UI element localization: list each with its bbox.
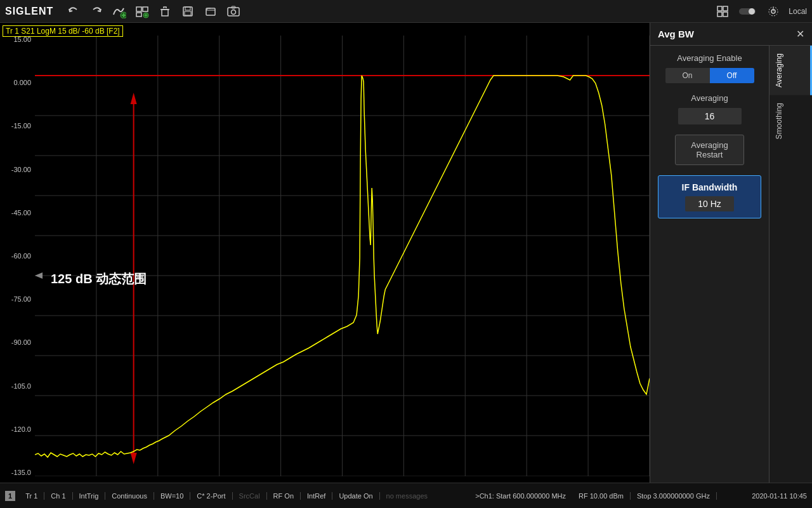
network-button[interactable]	[763, 3, 783, 20]
svg-rect-4	[143, 7, 148, 11]
averaging-value[interactable]: 16	[678, 108, 742, 124]
redo-button[interactable]	[86, 3, 107, 20]
tab-averaging[interactable]: Averaging	[769, 46, 812, 95]
y-label-1: 0.000	[1, 79, 34, 86]
undo-button[interactable]	[63, 3, 84, 20]
status-int-ref: IntRef	[301, 492, 332, 500]
add-trace-button[interactable]	[109, 3, 129, 20]
averaging-restart-label: AveragingRestart	[691, 140, 728, 159]
averaging-section: Averaging 16	[658, 93, 761, 124]
screenshot-button[interactable]	[223, 3, 244, 20]
toolbar: SIGLENT	[0, 0, 812, 23]
svg-rect-9	[162, 10, 168, 16]
svg-rect-18	[717, 6, 722, 11]
delete-button[interactable]	[155, 3, 175, 20]
panel-content: Averaging Enable On Off Averaging 16 Ave…	[650, 46, 769, 483]
y-label-9: -120.0	[1, 425, 34, 433]
status-freq-info: >Ch1: Start 600.000000 MHz	[469, 492, 572, 500]
status-stop-freq: Stop 3.000000000 GHz	[631, 492, 717, 500]
y-axis: 15.00 0.000 -15.00 -30.00 -45.00 -60.00 …	[0, 36, 35, 476]
status-ch: Ch 1	[44, 492, 72, 500]
averaging-restart-button[interactable]: AveragingRestart	[675, 135, 743, 165]
toolbar-right: Local	[712, 3, 807, 20]
svg-rect-5	[136, 13, 141, 17]
channel-number: 1	[5, 491, 15, 501]
status-src-cal: SrcCal	[233, 492, 267, 500]
main-area: Tr 1 S21 LogM 15 dB/ -60 dB [F2] 15.00 0…	[0, 23, 812, 483]
svg-rect-13	[185, 11, 191, 15]
grid-layout-button[interactable]	[712, 3, 733, 20]
status-update-on: Update On	[332, 492, 379, 500]
status-rf-on: RF On	[267, 492, 301, 500]
svg-rect-14	[206, 8, 215, 15]
siglent-logo: SIGLENT	[5, 6, 53, 17]
averaging-restart-section: AveragingRestart	[658, 135, 761, 165]
if-bandwidth-box[interactable]: IF Bandwidth 10 Hz	[658, 175, 761, 218]
svg-marker-50	[131, 93, 137, 104]
trace-label: Tr 1 S21 LogM 15 dB/ -60 dB [F2]	[3, 25, 123, 37]
local-label: Local	[789, 7, 807, 16]
tab-smoothing[interactable]: Smoothing	[769, 95, 812, 147]
status-messages: no messages	[380, 492, 434, 500]
y-label-4: -45.00	[1, 209, 34, 217]
load-button[interactable]	[200, 3, 221, 20]
averaging-label: Averaging	[691, 93, 728, 103]
y-label-8: -105.0	[1, 382, 34, 390]
save-button[interactable]	[178, 3, 198, 20]
toggle-button[interactable]	[738, 3, 758, 20]
panel-header: Avg BW ✕	[650, 23, 812, 46]
if-bandwidth-section: IF Bandwidth 10 Hz	[658, 175, 761, 218]
status-tr: Tr 1	[19, 492, 44, 500]
svg-point-23	[749, 8, 755, 15]
averaging-enable-section: Averaging Enable On Off	[658, 53, 761, 83]
status-bar: 1 Tr 1 Ch 1 IntTrig Continuous BW=10 C* …	[0, 483, 812, 508]
if-bandwidth-label: IF Bandwidth	[665, 182, 754, 192]
panel-title: Avg BW	[658, 29, 694, 39]
y-label-6: -75.00	[1, 295, 34, 303]
y-label-5: -60.00	[1, 252, 34, 260]
y-label-7: -90.00	[1, 338, 34, 346]
y-label-3: -30.00	[1, 166, 34, 173]
y-label-2: -15.00	[1, 122, 34, 130]
status-datetime: 2020-01-11 10:45	[752, 492, 807, 500]
svg-rect-19	[723, 6, 728, 11]
status-port: C* 2-Port	[190, 492, 232, 500]
averaging-off-button[interactable]: Off	[710, 68, 754, 83]
averaging-enable-label: Averaging Enable	[677, 53, 742, 63]
svg-rect-21	[723, 12, 728, 17]
dynamic-range-annotation: 125 dB 动态范围	[51, 271, 147, 288]
status-int-trig: IntTrig	[73, 492, 106, 500]
svg-marker-51	[131, 453, 137, 464]
averaging-on-button[interactable]: On	[665, 68, 710, 83]
right-panel: Avg BW ✕ Averaging Enable On Off Averagi…	[650, 23, 812, 483]
svg-rect-20	[717, 12, 722, 17]
averaging-enable-toggle: On Off	[665, 68, 754, 83]
y-label-10: -135.0	[1, 469, 34, 476]
svg-point-16	[232, 10, 236, 14]
if-bandwidth-value: 10 Hz	[685, 196, 734, 211]
status-bw: BW=10	[154, 492, 190, 500]
add-window-button[interactable]	[132, 3, 152, 20]
svg-marker-52	[35, 272, 43, 279]
status-rf-power: RF 10.00 dBm	[572, 492, 631, 500]
status-continuous: Continuous	[105, 492, 154, 500]
svg-rect-3	[136, 7, 141, 11]
chart-area: Tr 1 S21 LogM 15 dB/ -60 dB [F2] 15.00 0…	[0, 23, 650, 483]
chart-canvas	[35, 36, 650, 476]
panel-close-button[interactable]: ✕	[796, 28, 804, 40]
